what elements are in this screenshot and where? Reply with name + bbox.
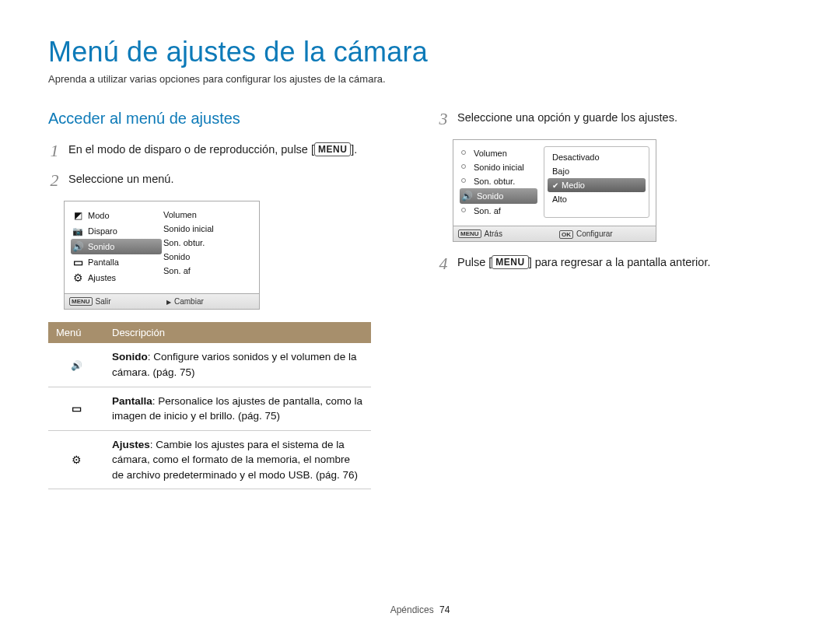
- bullet-icon: [461, 206, 469, 215]
- cam2-left-item-label: Son. obtur.: [474, 177, 515, 186]
- cam1-right-item: Sonido inicial: [162, 222, 253, 236]
- step-2-text: Seleccione un menú.: [68, 171, 173, 187]
- table-header-desc: Descripción: [104, 322, 371, 343]
- cam2-left-item: Son. obtur.: [460, 174, 537, 188]
- screen-icon: [72, 257, 83, 268]
- menu-button-icon: MENU: [314, 142, 351, 156]
- cam1-left-item: Sonido: [71, 239, 162, 254]
- cam2-left-item: Son. af: [460, 204, 537, 218]
- table-row: Sonido: Configure varios sonidos y el vo…: [48, 343, 371, 387]
- cam2-option: Desactivado: [548, 150, 646, 164]
- cam2-option-label: Desactivado: [552, 152, 600, 162]
- step-4-text-post: ] para regresar a la pantalla anterior.: [529, 256, 711, 268]
- cam1-left-item-label: Ajustes: [88, 273, 116, 282]
- cam1-right-item: Son. obtur.: [162, 236, 253, 250]
- speaker-icon: [48, 343, 104, 387]
- bullet-icon: [461, 149, 469, 158]
- step-1-text-post: ].: [351, 143, 357, 156]
- table-cell-desc: Ajustes: Cambie los ajustes para el sist…: [104, 430, 371, 489]
- cam1-footer-left: MENU Salir: [65, 294, 162, 309]
- table-cell-desc: Pantalla: Personalice los ajustes de pan…: [104, 387, 371, 430]
- cam2-option: Bajo: [548, 164, 646, 178]
- cam2-footer-left: MENU Atrás: [453, 226, 555, 241]
- step-number: 4: [437, 254, 450, 273]
- bullet-icon: [461, 177, 469, 186]
- ok-icon: [559, 229, 573, 238]
- cam2-left-item: Sonido: [460, 188, 537, 204]
- cam2-option: Medio: [548, 178, 646, 192]
- table-header-menu: Menú: [48, 322, 104, 343]
- cam2-footer-left-label: Atrás: [485, 229, 502, 238]
- cam2-left-item-label: Son. af: [474, 206, 501, 215]
- cam1-left-item-label: Modo: [88, 211, 110, 220]
- camera-icon: [72, 226, 83, 236]
- mode-icon: [72, 210, 83, 221]
- cam2-option-label: Medio: [562, 180, 585, 190]
- menu-description-table: Menú Descripción Sonido: Configure vario…: [48, 322, 371, 489]
- check-icon: [552, 180, 558, 190]
- cam1-left-item: Ajustes: [71, 270, 162, 285]
- cam2-left-item-label: Volumen: [474, 149, 507, 158]
- cam2-option-label: Bajo: [552, 166, 569, 176]
- step-3: 3 Seleccione una opción y guarde los aju…: [437, 110, 792, 128]
- cam1-footer-right: Cambiar: [162, 294, 259, 309]
- step-number: 1: [48, 142, 61, 160]
- screen-icon: [48, 387, 104, 430]
- cam2-left-item-label: Sonido: [477, 191, 503, 201]
- cam1-right-item: Volumen: [162, 208, 253, 222]
- step-2: 2 Seleccione un menú.: [48, 171, 403, 190]
- cam2-left-item: Sonido inicial: [460, 160, 537, 174]
- cam1-right-item: Son. af: [162, 264, 253, 278]
- speaker-icon: [72, 241, 83, 252]
- cam1-footer-left-label: Salir: [96, 297, 111, 306]
- step-4: 4 Pulse [MENU] para regresar a la pantal…: [437, 254, 792, 273]
- page-footer: Apéndices 74: [0, 604, 840, 615]
- bullet-icon: [461, 163, 469, 172]
- camera-screenshot-2: VolumenSonido inicialSon. obtur.SonidoSo…: [453, 139, 656, 242]
- cam1-left-item: Pantalla: [71, 254, 162, 270]
- cam2-option-label: Alto: [552, 194, 567, 204]
- table-cell-desc: Sonido: Configure varios sonidos y el vo…: [104, 343, 371, 387]
- gear-icon: [48, 430, 104, 489]
- footer-section: Apéndices: [390, 604, 434, 615]
- table-row: Pantalla: Personalice los ajustes de pan…: [48, 387, 371, 430]
- cam2-footer-right-label: Configurar: [576, 229, 613, 238]
- step-number: 2: [48, 171, 61, 190]
- step-number: 3: [437, 110, 450, 128]
- page-subtitle: Aprenda a utilizar varias opciones para …: [48, 73, 792, 85]
- cam1-left-item: Modo: [71, 208, 162, 223]
- step-1-text-pre: En el modo de disparo o de reproducción,…: [68, 143, 314, 156]
- table-row: Ajustes: Cambie los ajustes para el sist…: [48, 430, 371, 489]
- step-3-text: Seleccione una opción y guarde los ajust…: [457, 110, 677, 126]
- menu-button-icon: MENU: [492, 255, 528, 269]
- menu-tag-icon: MENU: [69, 297, 93, 306]
- menu-tag-icon: MENU: [458, 229, 481, 238]
- play-icon: [166, 297, 171, 306]
- page-title: Menú de ajustes de la cámara: [48, 36, 792, 68]
- speaker-icon: [461, 191, 472, 201]
- cam1-left-item: Disparo: [71, 223, 162, 239]
- cam1-left-item-label: Pantalla: [88, 257, 119, 267]
- cam1-right-item: Sonido: [162, 250, 253, 264]
- footer-page-number: 74: [439, 604, 450, 615]
- camera-screenshot-1: ModoDisparoSonidoPantallaAjustes Volumen…: [64, 201, 260, 310]
- cam2-option: Alto: [548, 192, 646, 206]
- cam1-left-item-label: Sonido: [88, 242, 114, 251]
- cam2-footer-right: Configurar: [555, 226, 656, 241]
- section-heading: Acceder al menú de ajustes: [48, 110, 403, 128]
- cam1-footer-right-label: Cambiar: [174, 297, 204, 306]
- cam1-left-item-label: Disparo: [88, 226, 117, 236]
- cam2-left-item: Volumen: [460, 146, 537, 160]
- step-1: 1 En el modo de disparo o de reproducció…: [48, 142, 403, 160]
- step-4-text-pre: Pulse [: [457, 256, 492, 268]
- cam2-left-item-label: Sonido inicial: [474, 163, 524, 172]
- gear-icon: [72, 272, 83, 283]
